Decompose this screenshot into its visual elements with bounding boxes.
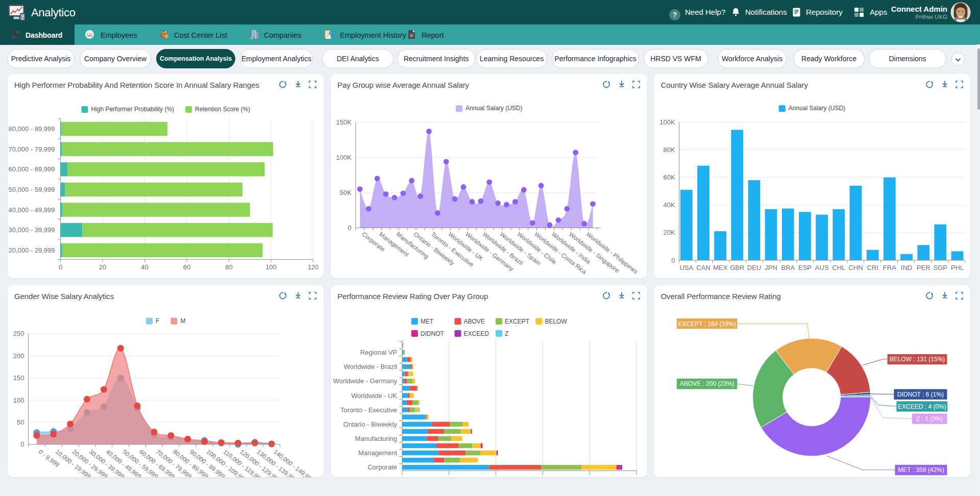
svg-text:Retention Score (%): Retention Score (%) bbox=[195, 106, 250, 113]
svg-text:F: F bbox=[156, 317, 159, 325]
svg-text:Regional VP: Regional VP bbox=[360, 349, 397, 356]
svg-text:150: 150 bbox=[13, 374, 24, 382]
svg-text:Worldwide - Germany: Worldwide - Germany bbox=[333, 377, 397, 385]
svg-text:Worldwide - Brazil: Worldwide - Brazil bbox=[344, 363, 397, 370]
svg-text:EXCEPT: EXCEPT bbox=[505, 318, 530, 325]
svg-text:CRI: CRI bbox=[867, 263, 878, 271]
svg-text:50K: 50K bbox=[339, 189, 351, 196]
svg-text:80K: 80K bbox=[663, 146, 675, 154]
svg-text:MEX: MEX bbox=[713, 263, 728, 271]
svg-text:0: 0 bbox=[671, 256, 675, 264]
svg-text:60K: 60K bbox=[663, 173, 675, 181]
svg-text:ABOVE: ABOVE bbox=[463, 318, 484, 325]
svg-text:150K: 150K bbox=[336, 118, 352, 126]
svg-text:EXCEED : 4 (0%): EXCEED : 4 (0%) bbox=[898, 403, 946, 410]
svg-text:40,000 - 49,999: 40,000 - 49,999 bbox=[8, 206, 55, 213]
svg-text:Management: Management bbox=[358, 449, 397, 457]
svg-text:Ontario - Biweekly: Ontario - Biweekly bbox=[343, 420, 397, 428]
svg-text:EXCEED: EXCEED bbox=[463, 330, 489, 337]
svg-text:20: 20 bbox=[99, 263, 106, 270]
svg-text:BRA: BRA bbox=[781, 263, 795, 271]
svg-text:CHN: CHN bbox=[848, 263, 863, 271]
svg-text:MET: MET bbox=[420, 318, 433, 325]
svg-text:CAN: CAN bbox=[696, 263, 710, 271]
svg-text:BELOW : 131 (15%): BELOW : 131 (15%) bbox=[890, 356, 945, 363]
svg-text:Annual Salary (USD): Annual Salary (USD) bbox=[789, 105, 845, 112]
svg-text:DEU: DEU bbox=[747, 263, 761, 271]
svg-text:IND: IND bbox=[901, 263, 912, 271]
svg-text:AUS: AUS bbox=[815, 263, 829, 271]
svg-text:60: 60 bbox=[183, 263, 190, 270]
svg-text:0: 0 bbox=[58, 263, 62, 270]
svg-text:0: 0 bbox=[20, 440, 24, 448]
svg-text:Z : 1 (0%): Z : 1 (0%) bbox=[916, 415, 943, 422]
svg-text:Annual Salary (USD): Annual Salary (USD) bbox=[465, 105, 522, 112]
svg-text:20K: 20K bbox=[663, 229, 675, 236]
svg-text:200: 200 bbox=[13, 352, 24, 359]
svg-text:40K: 40K bbox=[663, 201, 675, 209]
svg-text:100K: 100K bbox=[336, 154, 352, 161]
svg-text:USA: USA bbox=[679, 263, 693, 271]
svg-text:100K: 100K bbox=[659, 118, 675, 126]
svg-text:SGP: SGP bbox=[934, 263, 947, 271]
svg-text:CHL: CHL bbox=[832, 263, 845, 271]
svg-text:250: 250 bbox=[13, 330, 24, 337]
svg-text:GBR: GBR bbox=[730, 263, 744, 271]
svg-text:120: 120 bbox=[307, 263, 318, 270]
svg-text:80: 80 bbox=[225, 263, 232, 270]
svg-text:PER: PER bbox=[917, 263, 930, 271]
svg-text:20,000 - 29,999: 20,000 - 29,999 bbox=[8, 246, 55, 254]
svg-text:40: 40 bbox=[141, 263, 148, 270]
svg-text:PHL: PHL bbox=[951, 263, 964, 271]
svg-text:0: 0 bbox=[348, 224, 351, 232]
svg-text:FRA: FRA bbox=[883, 263, 896, 271]
svg-text:DIDNOT: DIDNOT bbox=[420, 330, 444, 337]
svg-text:Toronto - Executive: Toronto - Executive bbox=[340, 406, 397, 413]
svg-text:100: 100 bbox=[265, 263, 277, 270]
svg-text:50: 50 bbox=[17, 418, 24, 426]
svg-text:M: M bbox=[180, 317, 185, 325]
svg-text:70,000 - 79,999: 70,000 - 79,999 bbox=[8, 145, 55, 153]
svg-text:Manufacturing: Manufacturing bbox=[355, 434, 397, 442]
svg-text:BELOW: BELOW bbox=[545, 318, 567, 325]
svg-text:EXCEPT : 164 (19%): EXCEPT : 164 (19%) bbox=[678, 320, 736, 327]
svg-text:80,000 - 89,999: 80,000 - 89,999 bbox=[8, 125, 55, 133]
svg-text:ABOVE : 200 (23%): ABOVE : 200 (23%) bbox=[680, 380, 734, 387]
svg-text:Z: Z bbox=[505, 330, 508, 337]
svg-text:Corporate: Corporate bbox=[368, 463, 397, 471]
svg-text:Worldwide - UK: Worldwide - UK bbox=[351, 391, 397, 399]
svg-text:$: $ bbox=[162, 33, 164, 37]
svg-text:30,000 - 39,999: 30,000 - 39,999 bbox=[8, 226, 55, 234]
svg-text:60,000 - 69,999: 60,000 - 69,999 bbox=[8, 165, 55, 173]
svg-text:50,000 - 59,999: 50,000 - 59,999 bbox=[8, 186, 55, 193]
svg-text:MET : 359 (42%): MET : 359 (42%) bbox=[898, 466, 944, 474]
svg-text:100: 100 bbox=[13, 396, 24, 404]
svg-text:JPN: JPN bbox=[765, 263, 777, 271]
svg-text:ESP: ESP bbox=[798, 263, 812, 271]
svg-text:High Performer Probability (%): High Performer Probability (%) bbox=[91, 106, 174, 113]
svg-text:DIDNOT : 6 (1%): DIDNOT : 6 (1%) bbox=[897, 391, 944, 398]
